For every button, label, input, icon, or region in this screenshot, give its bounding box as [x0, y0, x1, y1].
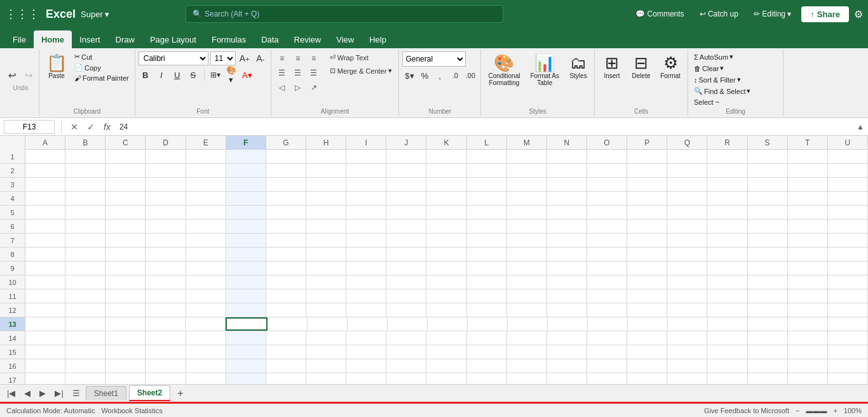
cell-B16[interactable] [65, 359, 105, 373]
cell-Q4[interactable] [667, 192, 707, 205]
cell-T15[interactable] [788, 345, 828, 359]
row-number-17[interactable]: 17 [0, 373, 25, 384]
catch-up-button[interactable]: ↩ Catch up [695, 7, 743, 21]
cell-B10[interactable] [65, 275, 105, 289]
row-number-2[interactable]: 2 [0, 164, 25, 177]
next-sheet-button[interactable]: ▶ [36, 387, 49, 400]
cell-E5[interactable] [186, 206, 226, 219]
increase-font-button[interactable]: A+ [238, 51, 252, 65]
percent-button[interactable]: % [417, 69, 431, 83]
cell-A15[interactable] [25, 345, 65, 359]
cell-H4[interactable] [306, 192, 346, 205]
cell-R13[interactable] [708, 317, 748, 331]
cell-Q13[interactable] [668, 317, 708, 331]
sort-filter-button[interactable]: ↕ Sort & Filter ▾ [691, 74, 743, 85]
zoom-slider[interactable]: ▬▬▬ [806, 407, 827, 414]
cell-F6[interactable] [226, 220, 266, 233]
cell-Q11[interactable] [667, 289, 707, 303]
cell-D8[interactable] [146, 248, 186, 261]
cell-L5[interactable] [467, 206, 507, 219]
cell-F16[interactable] [226, 359, 266, 373]
cell-H3[interactable] [306, 178, 346, 191]
cell-M2[interactable] [507, 164, 547, 177]
cell-G12[interactable] [266, 303, 306, 317]
cell-A7[interactable] [25, 234, 65, 247]
cell-M1[interactable] [507, 150, 547, 163]
cell-K17[interactable] [426, 373, 466, 384]
cell-B8[interactable] [65, 248, 105, 261]
cell-T8[interactable] [788, 248, 828, 261]
cell-I14[interactable] [346, 331, 386, 345]
sheet-list-button[interactable]: ☰ [69, 387, 83, 400]
clear-button[interactable]: 🗑 Clear ▾ [691, 63, 726, 74]
cell-B3[interactable] [65, 178, 105, 191]
cell-M4[interactable] [507, 192, 547, 205]
cell-K8[interactable] [426, 248, 466, 261]
cell-R11[interactable] [707, 289, 747, 303]
cell-P11[interactable] [627, 289, 667, 303]
cell-D14[interactable] [146, 331, 186, 345]
zoom-in-icon[interactable]: + [833, 407, 837, 414]
first-sheet-button[interactable]: |◀ [4, 387, 18, 400]
cell-L14[interactable] [467, 331, 507, 345]
cell-S1[interactable] [748, 150, 788, 163]
cell-K9[interactable] [426, 261, 466, 275]
cell-N4[interactable] [547, 192, 587, 205]
cell-D13[interactable] [146, 317, 186, 331]
cell-A12[interactable] [25, 303, 65, 317]
cell-R10[interactable] [707, 275, 747, 289]
cell-N10[interactable] [547, 275, 587, 289]
cell-C13[interactable] [105, 317, 146, 331]
cell-D6[interactable] [146, 220, 186, 233]
cell-O3[interactable] [587, 178, 627, 191]
align-mid-right[interactable]: ☰ [306, 66, 322, 80]
cell-D5[interactable] [146, 206, 186, 219]
cell-E15[interactable] [186, 345, 226, 359]
sheet-tab-sheet1[interactable]: Sheet1 [86, 386, 126, 400]
cell-S5[interactable] [748, 206, 788, 219]
cell-F4[interactable] [226, 192, 266, 205]
cell-B2[interactable] [65, 164, 105, 177]
cell-N3[interactable] [547, 178, 587, 191]
insert-button[interactable]: ⊞ Insert [598, 51, 626, 82]
cell-Q10[interactable] [667, 275, 707, 289]
cell-E14[interactable] [186, 331, 226, 345]
font-size-select[interactable]: 11 [210, 51, 236, 65]
row-number-3[interactable]: 3 [0, 178, 25, 191]
cell-S10[interactable] [748, 275, 788, 289]
row-number-16[interactable]: 16 [0, 359, 25, 373]
cell-K7[interactable] [426, 234, 466, 247]
cell-C2[interactable] [105, 164, 146, 177]
row-number-12[interactable]: 12 [0, 303, 25, 317]
cell-L11[interactable] [467, 289, 507, 303]
cell-J7[interactable] [386, 234, 426, 247]
feedback-label[interactable]: Give Feedback to Microsoft [704, 407, 789, 414]
cell-G14[interactable] [266, 331, 306, 345]
search-box[interactable]: 🔍 Search (Alt + Q) [186, 5, 503, 23]
cell-E3[interactable] [186, 178, 226, 191]
cell-C1[interactable] [105, 150, 146, 163]
cell-S9[interactable] [748, 261, 788, 275]
autosum-button[interactable]: Σ AutoSum ▾ [691, 51, 736, 62]
cell-J4[interactable] [386, 192, 426, 205]
cell-J5[interactable] [386, 206, 426, 219]
cell-D17[interactable] [146, 373, 186, 384]
cell-B5[interactable] [65, 206, 105, 219]
cell-B15[interactable] [65, 345, 105, 359]
cell-S7[interactable] [748, 234, 788, 247]
cell-M8[interactable] [507, 248, 547, 261]
cell-I3[interactable] [346, 178, 386, 191]
cell-K13[interactable] [428, 317, 468, 331]
cell-L4[interactable] [467, 192, 507, 205]
cell-A2[interactable] [25, 164, 65, 177]
cell-U9[interactable] [828, 261, 868, 275]
cell-J14[interactable] [386, 331, 426, 345]
cell-G1[interactable] [266, 150, 306, 163]
cancel-formula-icon[interactable]: ✕ [68, 121, 81, 133]
cell-I4[interactable] [346, 192, 386, 205]
cell-S13[interactable] [748, 317, 788, 331]
cell-G16[interactable] [266, 359, 306, 373]
col-header-T[interactable]: T [788, 136, 828, 150]
cell-E7[interactable] [186, 234, 226, 247]
cell-H15[interactable] [306, 345, 346, 359]
